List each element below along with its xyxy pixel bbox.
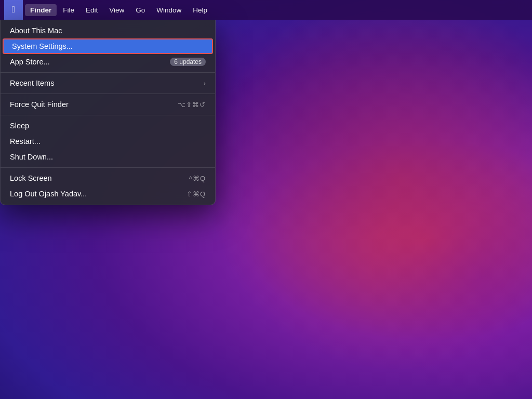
about-this-mac-label: About This Mac (10, 26, 62, 35)
menu-item-recent-items[interactable]: Recent Items › (1, 75, 215, 91)
separator-3 (1, 115, 215, 115)
sleep-label: Sleep (10, 122, 29, 130)
menu-item-restart[interactable]: Restart... (1, 134, 215, 149)
menu-item-sleep[interactable]: Sleep (1, 118, 215, 134)
menubar-item-edit[interactable]: Edit (81, 4, 103, 16)
menu-item-system-settings[interactable]: System Settings... (3, 38, 213, 54)
separator-2 (1, 94, 215, 94)
menu-item-shut-down[interactable]: Shut Down... (1, 149, 215, 165)
separator-1 (1, 72, 215, 73)
force-quit-label: Force Quit Finder (10, 100, 69, 109)
menubar:  Finder File Edit View Go Window Help (0, 0, 532, 20)
separator-4 (1, 167, 215, 168)
lock-screen-shortcut: ^⌘Q (189, 175, 206, 182)
recent-items-chevron-icon: › (204, 79, 206, 87)
log-out-shortcut: ⇧⌘Q (187, 190, 206, 198)
apple-menu-dropdown: About This Mac System Settings... App St… (0, 20, 216, 205)
menubar-item-view[interactable]: View (104, 4, 129, 16)
app-store-badge: 6 updates (170, 58, 206, 66)
apple-menu-button[interactable]:  (4, 0, 23, 20)
menu-item-force-quit[interactable]: Force Quit Finder ⌥⇧⌘↺ (1, 97, 215, 112)
menubar-item-go[interactable]: Go (130, 4, 150, 16)
menu-item-app-store[interactable]: App Store... 6 updates (1, 54, 215, 70)
menubar-item-finder[interactable]: Finder (25, 4, 57, 16)
menu-item-lock-screen[interactable]: Lock Screen ^⌘Q (1, 170, 215, 186)
recent-items-label: Recent Items (10, 79, 54, 87)
restart-label: Restart... (10, 137, 41, 145)
system-settings-label: System Settings... (12, 42, 73, 50)
menubar-item-file[interactable]: File (58, 4, 79, 16)
shut-down-label: Shut Down... (10, 153, 53, 161)
menubar-items: Finder File Edit View Go Window Help (25, 4, 212, 16)
log-out-label: Log Out Ojash Yadav... (10, 190, 87, 198)
lock-screen-label: Lock Screen (10, 174, 52, 182)
force-quit-shortcut: ⌥⇧⌘↺ (178, 101, 206, 109)
menubar-item-window[interactable]: Window (151, 4, 187, 16)
menubar-item-help[interactable]: Help (188, 4, 212, 16)
app-store-label: App Store... (10, 58, 50, 66)
menu-item-about-this-mac[interactable]: About This Mac (1, 23, 215, 38)
menu-item-log-out[interactable]: Log Out Ojash Yadav... ⇧⌘Q (1, 186, 215, 202)
